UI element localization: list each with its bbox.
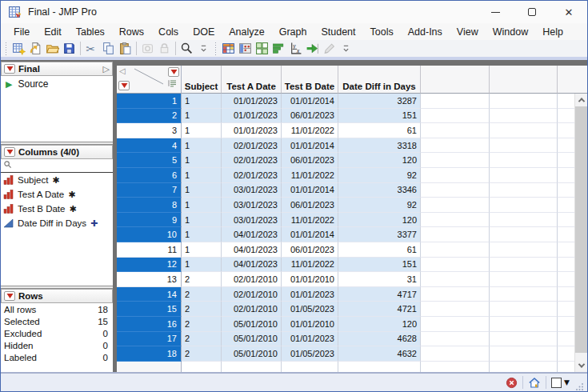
close-button[interactable]: ✕ [550, 1, 587, 23]
data-cell[interactable]: 01/05/2023 [282, 302, 338, 317]
columns-panel-menu-button[interactable] [4, 147, 15, 157]
data-cell[interactable]: 01/01/2023 [282, 332, 338, 347]
empty-cell[interactable] [490, 198, 558, 213]
rows-menu-button[interactable] [118, 81, 130, 90]
columns-search-input[interactable] [14, 160, 113, 171]
empty-cell[interactable] [421, 198, 490, 213]
data-cell[interactable]: 01/01/2023 [222, 109, 282, 124]
empty-cell[interactable] [421, 272, 490, 287]
menu-doe[interactable]: DOE [186, 25, 222, 39]
data-cell[interactable]: 92 [338, 168, 421, 183]
home-window-icon[interactable] [528, 376, 541, 389]
menu-cols[interactable]: Cols [151, 25, 186, 39]
data-cell[interactable]: 2 [182, 302, 222, 317]
empty-cell[interactable] [490, 302, 558, 317]
row-number[interactable]: 17 [117, 332, 182, 347]
menu-student[interactable]: Student [314, 25, 362, 39]
empty-cell[interactable] [490, 242, 558, 258]
data-cell[interactable]: 2 [182, 287, 222, 302]
data-cell[interactable]: 02/01/2023 [222, 168, 282, 183]
data-cell[interactable]: 1 [182, 227, 222, 242]
data-cell[interactable]: 1 [182, 138, 222, 154]
menu-file[interactable]: File [6, 25, 37, 39]
data-cell[interactable]: 01/01/2010 [282, 317, 338, 332]
row-number[interactable]: 5 [117, 153, 182, 168]
data-cell[interactable]: 4632 [338, 346, 421, 362]
data-cell[interactable]: 1 [182, 168, 222, 183]
data-cell[interactable]: 05/01/2010 [222, 346, 282, 362]
column-item[interactable]: Test B Date✱ [1, 202, 113, 216]
data-cell[interactable]: 61 [338, 242, 421, 258]
empty-cell[interactable] [490, 332, 558, 347]
expand-panel-icon[interactable]: ▷ [103, 64, 110, 74]
data-cell[interactable]: 06/01/2023 [282, 153, 338, 168]
data-cell[interactable]: 151 [338, 258, 421, 273]
table-panel-menu-button[interactable] [4, 64, 15, 74]
distribution-icon[interactable] [270, 41, 287, 57]
data-cell[interactable]: 4717 [338, 287, 421, 302]
data-cell[interactable]: 3377 [338, 227, 421, 242]
row-number[interactable]: 11 [117, 242, 182, 258]
data-cell[interactable]: 01/01/2010 [282, 272, 338, 287]
column-header[interactable]: Test A Date [222, 66, 282, 94]
empty-cell[interactable] [490, 183, 558, 198]
empty-cell[interactable] [490, 227, 558, 242]
data-cell[interactable]: 06/01/2023 [282, 242, 338, 258]
data-cell[interactable]: 120 [338, 213, 421, 228]
collapse-panel-icon[interactable]: ◁ [119, 66, 126, 75]
empty-cell[interactable] [421, 346, 490, 362]
row-number[interactable]: 10 [117, 227, 182, 242]
row-stat[interactable]: Labeled0 [1, 351, 113, 363]
data-cell[interactable]: 01/01/2023 [282, 287, 338, 302]
row-number[interactable]: 13 [117, 272, 182, 287]
data-cell[interactable]: 03/01/2023 [222, 213, 282, 228]
data-cell[interactable]: 03/01/2023 [222, 183, 282, 198]
row-number[interactable]: 6 [117, 168, 182, 183]
menu-edit[interactable]: Edit [37, 25, 69, 39]
maximize-button[interactable] [514, 1, 550, 23]
empty-cell[interactable] [490, 123, 558, 138]
data-cell[interactable]: 61 [338, 123, 421, 138]
row-number[interactable]: 14 [117, 287, 182, 302]
menu-tools[interactable]: Tools [363, 25, 401, 39]
toolbar-grip[interactable] [214, 42, 218, 55]
data-cell[interactable]: 01/05/2023 [282, 346, 338, 362]
minimize-button[interactable] [477, 1, 514, 23]
row-order-icon[interactable] [168, 78, 177, 90]
empty-cell[interactable] [421, 258, 490, 273]
row-stat[interactable]: All rows18 [1, 303, 113, 315]
menu-window[interactable]: Window [486, 25, 535, 39]
empty-cell[interactable] [421, 302, 490, 317]
data-cell[interactable]: 2 [182, 317, 222, 332]
row-stat[interactable]: Selected15 [1, 315, 113, 327]
data-cell[interactable]: 06/01/2023 [282, 198, 338, 213]
data-cell[interactable]: 04/01/2023 [222, 227, 282, 242]
data-cell[interactable]: 05/01/2010 [222, 317, 282, 332]
data-cell[interactable]: 03/01/2023 [222, 198, 282, 213]
row-number[interactable]: 9 [117, 213, 182, 228]
resize-grip[interactable] [574, 382, 584, 391]
data-cell[interactable]: 4721 [338, 302, 421, 317]
empty-cell[interactable] [421, 227, 490, 242]
data-cell[interactable]: 3346 [338, 183, 421, 198]
data-table-icon[interactable] [220, 41, 237, 57]
empty-cell[interactable] [490, 138, 558, 154]
copy-icon[interactable] [100, 41, 117, 57]
data-cell[interactable]: 151 [338, 109, 421, 124]
window-selector-button[interactable]: ▼ [551, 378, 570, 388]
empty-cell[interactable] [421, 213, 490, 228]
empty-cell[interactable] [421, 153, 490, 168]
empty-cell[interactable] [490, 94, 558, 109]
data-cell[interactable]: 04/01/2023 [222, 258, 282, 273]
menu-rows[interactable]: Rows [112, 25, 151, 39]
lock-icon[interactable] [156, 41, 173, 57]
data-cell[interactable]: 1 [182, 123, 222, 138]
empty-cell[interactable] [490, 168, 558, 183]
error-status-icon[interactable] [506, 377, 518, 389]
data-cell[interactable]: 01/01/2014 [282, 94, 338, 109]
empty-cell[interactable] [421, 287, 490, 302]
data-cell[interactable]: 02/01/2010 [222, 272, 282, 287]
data-cell[interactable]: 06/01/2023 [282, 109, 338, 124]
data-cell[interactable]: 4628 [338, 332, 421, 347]
toolbar-grip[interactable] [4, 42, 8, 55]
